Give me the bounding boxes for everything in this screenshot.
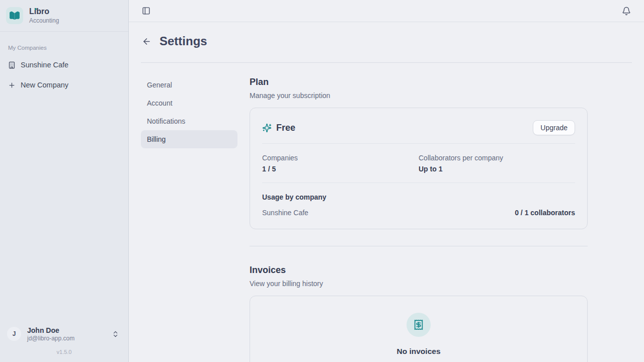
user-menu[interactable]: J John Doe jd@libro-app.com (0, 321, 128, 343)
upgrade-button[interactable]: Upgrade (533, 120, 575, 135)
plan-section-title: Plan (250, 77, 588, 87)
back-button[interactable] (141, 36, 152, 47)
app-version: v1.5.0 (0, 343, 128, 362)
plan-section-subtitle: Manage your subscription (250, 92, 588, 100)
bell-icon (622, 7, 631, 16)
invoices-section-subtitle: View your billing history (250, 280, 588, 288)
receipt-icon (413, 319, 424, 330)
empty-state-title: No invoices (397, 347, 441, 356)
usage-value: 0 / 1 collaborators (515, 209, 575, 217)
sidebar-section-label: My Companies (8, 45, 120, 51)
plan-name-wrap: Free (262, 123, 295, 133)
usage-company: Sunshine Cafe (262, 209, 308, 217)
settings-nav: General Account Notifications Billing (141, 76, 237, 362)
new-company-button[interactable]: New Company (8, 78, 120, 92)
brand-block: Libro Accounting (29, 7, 59, 24)
building-icon (8, 61, 16, 69)
sidebar-header: Libro Accounting (0, 0, 128, 32)
invoices-section-title: Invoices (250, 265, 588, 276)
panel-left-icon (142, 7, 150, 15)
sidebar-toggle-button[interactable] (141, 6, 151, 16)
new-company-label: New Company (21, 81, 68, 89)
plan-card-divider (262, 183, 575, 183)
section-divider (250, 246, 588, 246)
sidebar-item-company[interactable]: Sunshine Cafe (8, 58, 120, 72)
user-name: John Doe (27, 326, 74, 335)
plus-icon (8, 81, 16, 89)
sidebar-item-label: Sunshine Cafe (21, 61, 68, 69)
app-logo (6, 7, 23, 24)
chevrons-up-down-icon (112, 330, 119, 338)
stat-value: Up to 1 (419, 165, 575, 173)
stat-companies: Companies 1 / 5 (262, 154, 419, 173)
stat-value: 1 / 5 (262, 165, 419, 173)
stat-label: Collaborators per company (419, 154, 575, 162)
tab-billing[interactable]: Billing (141, 130, 237, 148)
plan-name: Free (276, 123, 295, 133)
invoice-empty-badge (407, 313, 431, 337)
user-email: jd@libro-app.com (27, 335, 74, 342)
user-menu-toggle[interactable] (110, 328, 121, 340)
plan-card-header: Free Upgrade (262, 120, 575, 135)
arrow-left-icon (142, 37, 151, 46)
avatar: J (7, 327, 21, 341)
usage-title: Usage by company (262, 193, 575, 201)
sidebar: Libro Accounting My Companies Sunshine C… (0, 0, 129, 362)
brand-name: Libro (29, 7, 59, 16)
stat-label: Companies (262, 154, 419, 162)
invoices-card: No invoices No invoices yet (250, 296, 588, 362)
billing-panel: Plan Manage your subscription Free Upgra… (250, 76, 588, 362)
plan-stats: Companies 1 / 5 Collaborators per compan… (262, 154, 575, 173)
tab-general[interactable]: General (141, 76, 237, 94)
sparkles-icon (262, 123, 272, 133)
brand-subtitle: Accounting (29, 17, 59, 24)
page-title: Settings (159, 34, 207, 48)
main-area: Settings General Account Notifications B… (129, 0, 644, 362)
plan-card: Free Upgrade Companies 1 / 5 Collaborato… (250, 108, 588, 229)
user-info: John Doe jd@libro-app.com (27, 326, 74, 342)
topbar (129, 0, 644, 22)
tab-account[interactable]: Account (141, 94, 237, 112)
stat-collaborators: Collaborators per company Up to 1 (419, 154, 575, 173)
brand-accent-dot (35, 8, 37, 10)
notifications-button[interactable] (621, 6, 632, 17)
page-header: Settings (129, 22, 644, 48)
open-book-icon (9, 10, 20, 21)
usage-row: Sunshine Cafe 0 / 1 collaborators (262, 209, 575, 217)
sidebar-body: My Companies Sunshine Cafe New Company (0, 32, 128, 321)
plan-card-divider (262, 143, 575, 144)
tab-notifications[interactable]: Notifications (141, 112, 237, 130)
settings-content: General Account Notifications Billing Pl… (129, 63, 644, 362)
